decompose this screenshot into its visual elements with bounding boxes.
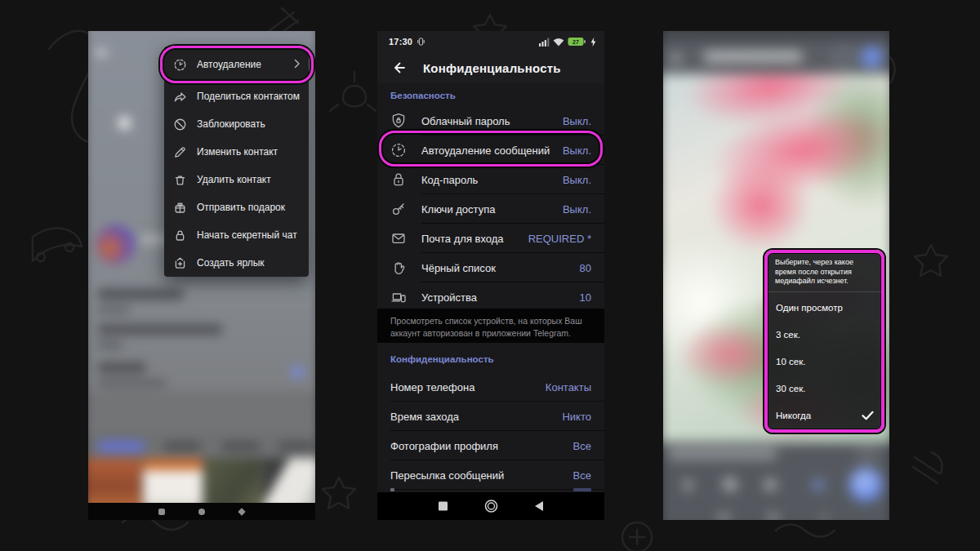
back-icon[interactable] <box>238 508 246 516</box>
timer-option-view-once[interactable]: Один просмотр <box>768 294 881 321</box>
blurred-edit-dot <box>291 365 305 379</box>
wifi-icon <box>553 38 564 47</box>
devices-note-band: Просмотреть список устройств, на которых… <box>377 309 604 343</box>
block-icon <box>173 118 187 131</box>
row-forwarded-messages[interactable]: Пересылка сообщений Все <box>377 460 604 490</box>
app-bar: Конфиденциальность <box>377 52 604 83</box>
back-icon[interactable] <box>534 500 544 512</box>
key-icon <box>390 200 408 218</box>
tutorial-collage: Автоудаление Поделиться контактом Заблок… <box>0 0 980 551</box>
blurred-tab-media <box>97 441 145 453</box>
menu-item-delete-contact[interactable]: Удалить контакт <box>164 166 309 193</box>
auto-delete-clock-icon <box>173 58 187 72</box>
self-destruct-timer-popup: Выберите, через какое время после открыт… <box>764 250 884 433</box>
menu-item-label: Создать ярлык <box>197 257 265 269</box>
screenshot-chat-context-menu: Автоудаление Поделиться контактом Заблок… <box>88 31 315 520</box>
menu-item-label: Отправить подарок <box>197 202 285 213</box>
blurred-caption-field <box>667 448 777 460</box>
menu-item-label: Поделиться контактом <box>197 91 300 102</box>
blurred-timer-button <box>834 47 854 67</box>
partially-visible-row <box>390 488 394 491</box>
blurred-back-arrow <box>670 55 682 62</box>
timer-popup-prompt: Выберите, через какое время после открыт… <box>775 258 875 287</box>
checkmark-icon <box>862 411 874 420</box>
blurred-chat-title <box>703 51 804 62</box>
android-navbar <box>377 492 604 520</box>
gift-icon <box>173 201 187 215</box>
row-blacklist[interactable]: Чёрный список 80 <box>377 253 604 282</box>
lock-icon <box>390 171 408 189</box>
hand-icon <box>390 259 408 277</box>
envelope-icon <box>390 229 408 247</box>
menu-item-edit-contact[interactable]: Изменить контакт <box>164 138 309 166</box>
row-devices[interactable]: Устройства 10 <box>377 282 604 312</box>
row-cloud-password[interactable]: Облачный пароль Выкл. <box>377 106 604 136</box>
svg-text:27: 27 <box>572 39 579 45</box>
auto-delete-clock-icon <box>390 141 408 159</box>
blurred-avatar-dot <box>118 117 131 131</box>
blurred-send-button <box>849 468 883 502</box>
timer-option-30s[interactable]: 30 сек. <box>768 375 881 402</box>
clock-text: 17:30 <box>389 37 412 47</box>
edit-pencil-icon <box>173 145 187 159</box>
page-title: Конфиденциальность <box>423 61 561 75</box>
blurred-avatar <box>861 46 883 68</box>
devices-note-text: Просмотреть список устройств, на которых… <box>390 315 590 340</box>
menu-item-autodelete[interactable]: Автоудаление <box>164 49 309 80</box>
security-section: Безопасность Облачный пароль Выкл. Автоу… <box>377 83 604 309</box>
share-arrow-icon <box>173 90 187 104</box>
blurred-avatar-thumb <box>96 225 135 264</box>
screenshot-media-timer-popup: Выберите, через какое время после открыт… <box>663 31 889 520</box>
row-login-email[interactable]: Почта для входа REQUIRED * <box>377 224 604 253</box>
menu-item-start-secret-chat[interactable]: Начать секретный чат <box>164 221 309 249</box>
menu-item-label: Изменить контакт <box>197 146 278 158</box>
row-autodelete-messages[interactable]: Автоудаление сообщений Выкл. <box>377 136 604 165</box>
section-title: Конфиденциальность <box>390 354 494 364</box>
blurred-caption-toolbar <box>663 442 889 520</box>
blurred-chat-header <box>663 40 889 74</box>
menu-item-label: Заблокировать <box>197 118 265 130</box>
blurred-back-arrow <box>96 48 108 56</box>
screenshot-privacy-settings: 17:30 27 Конфиденциальность Безопасность… <box>377 31 604 520</box>
shield-lock-icon <box>390 112 408 130</box>
row-profile-photos[interactable]: Фотографии профиля Все <box>377 431 604 460</box>
row-passcode[interactable]: Код-пароль Выкл. <box>377 165 604 194</box>
trash-icon <box>173 173 187 187</box>
section-title: Безопасность <box>390 91 456 100</box>
devices-icon <box>390 288 408 306</box>
row-phone-number[interactable]: Номер телефона Контакты <box>377 372 604 402</box>
menu-item-send-gift[interactable]: Отправить подарок <box>164 193 309 221</box>
recents-icon[interactable] <box>438 501 448 512</box>
row-passkeys[interactable]: Ключи доступа Выкл. <box>377 194 604 224</box>
vibrate-icon <box>417 38 425 47</box>
chevron-right-icon <box>294 57 301 72</box>
contact-context-menu: Автоудаление Поделиться контактом Заблок… <box>164 47 309 277</box>
timer-option-never[interactable]: Никогда <box>768 402 881 429</box>
timer-option-10s[interactable]: 10 сек. <box>768 348 881 375</box>
signal-icon <box>539 38 550 47</box>
recents-icon[interactable] <box>158 509 165 515</box>
menu-item-block[interactable]: Заблокировать <box>164 110 309 138</box>
menu-item-label: Начать секретный чат <box>197 229 297 241</box>
add-shortcut-icon <box>173 256 187 270</box>
menu-item-share-contact[interactable]: Поделиться контактом <box>164 82 309 110</box>
menu-item-create-shortcut[interactable]: Создать ярлык <box>164 249 309 277</box>
menu-item-label: Автоудаление <box>197 59 261 70</box>
charging-bolt-icon <box>590 38 596 47</box>
android-navbar <box>88 503 315 520</box>
timer-option-3s[interactable]: 3 сек. <box>768 321 881 348</box>
status-bar: 17:30 27 <box>377 31 604 52</box>
home-icon[interactable] <box>198 509 205 515</box>
battery-icon: 27 <box>568 37 587 47</box>
privacy-section: Конфиденциальность Номер телефона Контак… <box>377 343 604 492</box>
menu-item-label: Удалить контакт <box>197 174 271 185</box>
row-last-seen[interactable]: Время захода Никто <box>377 402 604 431</box>
home-icon[interactable] <box>484 500 498 513</box>
lock-icon <box>173 229 187 242</box>
back-arrow-icon[interactable] <box>392 60 407 75</box>
